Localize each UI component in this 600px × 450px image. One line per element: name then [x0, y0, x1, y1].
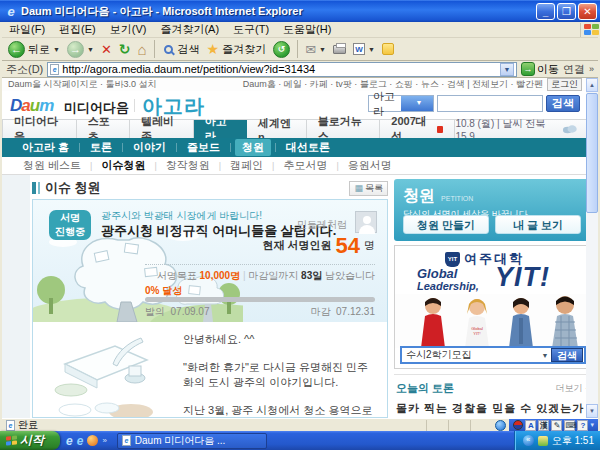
- tray-hide-icon[interactable]: «: [523, 435, 534, 446]
- ime-pad-icon[interactable]: ✎: [551, 420, 562, 431]
- search-category-select[interactable]: 아고라 ▼: [368, 95, 434, 112]
- ime-help-icon[interactable]: ?: [577, 420, 588, 431]
- create-petition-button[interactable]: 청원 만들기: [403, 215, 489, 234]
- go-button[interactable]: → 이동: [521, 62, 559, 77]
- tab-mediadaum[interactable]: 미디어다음: [2, 120, 77, 138]
- tab-2007election[interactable]: 2007대선: [380, 120, 455, 138]
- ad-search-button[interactable]: 검색: [551, 348, 583, 362]
- subnav-debate[interactable]: 토론: [80, 140, 122, 155]
- address-dropdown-icon[interactable]: ▼: [500, 63, 514, 76]
- subnav-issue-petition[interactable]: 이슈청원: [92, 158, 154, 173]
- mail-button[interactable]: ✉ ▼: [303, 39, 328, 60]
- tray-app-icon[interactable]: [538, 436, 548, 446]
- search-button[interactable]: 검색: [160, 39, 202, 60]
- dotted-divider: [145, 264, 375, 265]
- set-homepage-link[interactable]: Daum을 시작페이지로 · 툴바3.0 설치: [8, 78, 157, 91]
- hanja-icon[interactable]: 漢: [538, 420, 549, 431]
- refresh-button[interactable]: ↻: [117, 39, 133, 60]
- menu-tools[interactable]: 도구(T): [226, 22, 276, 37]
- favorites-icon: ★: [207, 41, 220, 57]
- login-button[interactable]: 로그인: [547, 78, 582, 91]
- history-button[interactable]: ↺: [271, 39, 292, 60]
- scrollbar-thumb[interactable]: [586, 93, 598, 213]
- menu-favorites[interactable]: 즐겨찾기(A): [153, 22, 226, 37]
- menu-view[interactable]: 보기(V): [103, 22, 154, 37]
- subnav-home[interactable]: 아고라 홈: [12, 140, 79, 155]
- scroll-down-icon[interactable]: ▼: [586, 404, 598, 418]
- ad-select-arrow-icon[interactable]: ▼: [539, 352, 551, 359]
- author-avatar[interactable]: [355, 211, 377, 233]
- scroll-up-icon[interactable]: ▲: [586, 78, 598, 92]
- menu-edit[interactable]: 편집(E): [52, 22, 103, 37]
- header-search-input[interactable]: [437, 95, 543, 112]
- petition-target: 광주시와 박광태 시장에게 바랍니다!: [101, 209, 262, 223]
- subnav-cheering[interactable]: 응원서명: [339, 158, 401, 173]
- quick-launch-app-icon[interactable]: [87, 435, 98, 446]
- favorites-button[interactable]: ★ 즐겨찾기: [205, 39, 269, 60]
- mail-dropdown-icon[interactable]: ▼: [319, 46, 326, 53]
- quick-launch-ie2-icon[interactable]: e: [77, 434, 84, 448]
- subnav-election-debate[interactable]: 대선토론: [276, 140, 340, 155]
- list-button[interactable]: ▦ 목록: [349, 181, 388, 196]
- tab-blogernews[interactable]: 블로거뉴스: [307, 120, 381, 138]
- tab-tvzone[interactable]: 텔레비존: [130, 120, 194, 138]
- minimize-button[interactable]: _: [536, 3, 555, 20]
- subnav-best[interactable]: 청원 베스트: [14, 158, 90, 173]
- alpha-mode-icon[interactable]: A: [525, 420, 536, 431]
- langbar-options-icon[interactable]: ▾: [590, 421, 594, 429]
- daum-logo[interactable]: Daum: [10, 96, 53, 116]
- tab-segyen[interactable]: 세계엔n: [247, 120, 307, 138]
- menu-file[interactable]: 파일(F): [2, 22, 52, 37]
- section-header: 이슈 청원 ▦ 목록: [32, 179, 388, 197]
- address-input[interactable]: e http://agora.media.daum.net/petition/v…: [47, 62, 517, 77]
- petition-author[interactable]: 민들레처럼: [297, 218, 347, 232]
- ad-banner[interactable]: YIT 여주대학 GlobalLeadership, YIT! Global Y…: [394, 245, 590, 369]
- korean-ime-icon[interactable]: [513, 420, 523, 430]
- my-posts-button[interactable]: 내 글 보기: [495, 215, 581, 234]
- vertical-scrollbar[interactable]: ▲ ▼: [586, 78, 598, 418]
- edit-dropdown-icon[interactable]: ▼: [368, 46, 375, 53]
- subnav-campaign[interactable]: 캠페인: [221, 158, 272, 173]
- messenger-icon: [382, 43, 394, 55]
- subnav-story[interactable]: 이야기: [123, 140, 176, 155]
- links-chevron-icon[interactable]: »: [589, 64, 594, 74]
- more-link[interactable]: 더보기 ·: [556, 382, 589, 395]
- page-icon: e: [50, 64, 59, 75]
- tab-agora[interactable]: 아고라: [194, 120, 247, 138]
- edit-button[interactable]: W ▼: [351, 39, 377, 60]
- ad-select[interactable]: 수시2학기모집: [402, 348, 539, 362]
- header-search: 아고라 ▼ 검색: [368, 95, 580, 112]
- stop-button[interactable]: ✕: [99, 39, 114, 60]
- task-button-daum[interactable]: e Daum 미디어다음 ...: [117, 433, 267, 449]
- maximize-button[interactable]: ❐: [557, 3, 576, 20]
- select-arrow-icon[interactable]: ▼: [401, 96, 433, 111]
- new-badge-icon: [437, 126, 443, 133]
- subnav-creative-petition[interactable]: 창작청원: [157, 158, 219, 173]
- ad-people-photo: Global YIT!: [395, 294, 590, 348]
- paragraph: 안녕하세요. ^^: [183, 332, 379, 347]
- home-button[interactable]: ⌂: [136, 39, 149, 60]
- back-dropdown-icon[interactable]: ▼: [53, 46, 60, 53]
- print-button[interactable]: [331, 39, 348, 60]
- start-label: 시작: [20, 432, 44, 449]
- browser-toolbar: ← 뒤로 ▼ → ▼ ✕ ↻ ⌂ 검색 ★ 즐겨찾기 ↺ ✉ ▼ W ▼: [2, 38, 598, 61]
- messenger-button[interactable]: [380, 39, 396, 60]
- forward-dropdown-icon[interactable]: ▼: [87, 46, 94, 53]
- links-label[interactable]: 연결: [563, 62, 585, 77]
- back-button[interactable]: ← 뒤로 ▼: [6, 39, 62, 60]
- keyboard-icon[interactable]: ⌨: [564, 420, 575, 431]
- subnav-petition-active[interactable]: 청원: [235, 139, 271, 156]
- petition-dates: 발의 07.09.07 마감 07.12.31: [145, 305, 375, 319]
- close-button[interactable]: ✕: [578, 3, 597, 20]
- menu-help[interactable]: 도움말(H): [276, 22, 338, 37]
- header-search-button[interactable]: 검색: [546, 95, 580, 112]
- start-button[interactable]: 시작: [0, 431, 60, 450]
- tab-sports[interactable]: 스포츠: [77, 120, 130, 138]
- subnav-memorial[interactable]: 추모서명: [274, 158, 336, 173]
- forward-button[interactable]: → ▼: [65, 39, 96, 60]
- debate-item[interactable]: 몰카 찍는 경찰을 믿을 수 있겠는가: [396, 401, 584, 416]
- quick-launch-ie-icon[interactable]: e: [66, 434, 73, 448]
- subnav-board[interactable]: 즐보드: [177, 140, 230, 155]
- back-label: 뒤로: [28, 42, 50, 57]
- quick-launch-overflow-icon[interactable]: »: [102, 436, 106, 445]
